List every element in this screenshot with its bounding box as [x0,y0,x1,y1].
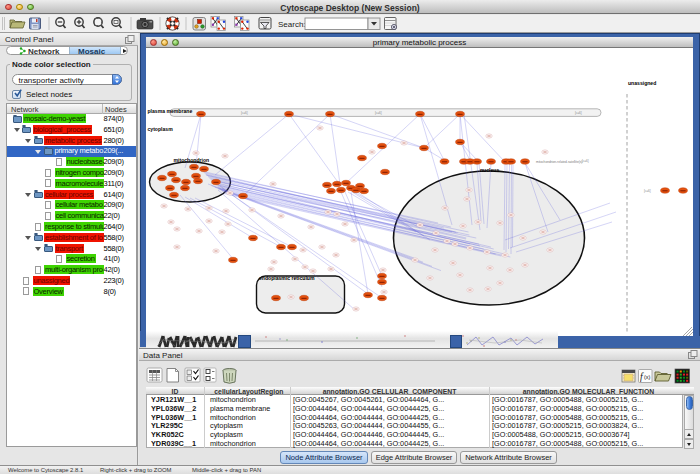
svg-text:[c=6]: [c=6] [644,189,651,193]
svg-text:(x): (x) [644,374,651,380]
svg-text:endoplasmic reticulum: endoplasmic reticulum [259,275,315,281]
svg-text:unassigned: unassigned [628,80,656,86]
svg-text:cytoplasm: cytoplasm [148,126,174,132]
svg-text:mitochondrion: mitochondrion [174,157,210,163]
svg-text:nucleus: nucleus [480,167,499,173]
svg-text:Search:: Search: [278,20,306,29]
svg-text:plasma membrane: plasma membrane [148,108,193,114]
svg-text:[c=6]: [c=6] [375,111,382,115]
svg-text:mitochondrion-related-satellit: mitochondrion-related-satellite(s) [536,160,582,164]
svg-text:[c=6]: [c=6] [582,159,589,163]
svg-text:[c=6]: [c=6] [241,111,248,115]
svg-text:[c=6]: [c=6] [575,111,582,115]
